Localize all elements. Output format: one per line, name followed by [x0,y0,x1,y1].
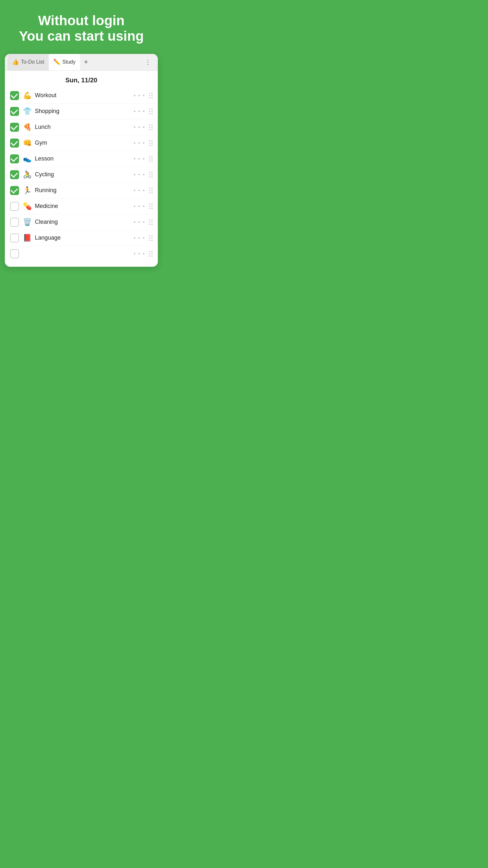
todo-checkbox-10[interactable] [10,234,19,243]
todo-label-9: Cleaning [35,219,134,225]
todo-item: 💊Medicine• • • [7,198,155,214]
todo-options-6[interactable]: • • • [134,172,145,178]
todo-options-11[interactable]: • • • [134,251,145,257]
todo-drag-handle-7[interactable] [149,188,153,193]
todo-drag-handle-1[interactable] [149,93,153,98]
todo-emoji-6: 🚴 [23,170,32,179]
todo-options-2[interactable]: • • • [134,108,145,114]
todo-drag-handle-2[interactable] [149,108,153,114]
todo-emoji-8: 💊 [23,202,32,211]
todo-options-1[interactable]: • • • [134,93,145,98]
date-header: Sun, 11/20 [5,71,158,88]
todo-label-8: Medicine [35,203,134,210]
tab-todo-label: To-Do List [21,59,44,65]
todo-label-4: Gym [35,140,134,146]
header-line2: You can start using [19,28,144,43]
todo-checkbox-7[interactable] [10,186,19,195]
todo-checkbox-5[interactable] [10,154,19,163]
todo-options-7[interactable]: • • • [134,188,145,193]
todo-label-7: Running [35,187,134,194]
todo-item: 🍕Lunch• • • [7,120,155,135]
todo-item: 👊Gym• • • [7,135,155,151]
header-section: Without login You can start using [0,0,163,54]
tab-more-label: ⋮ [144,58,151,66]
app-card: 👍 To-Do List ✏️ Study + ⋮ Sun, 11/20 💪Wo… [5,54,158,267]
todo-emoji-4: 👊 [23,139,32,147]
todo-item: 👕Shopping• • • [7,104,155,120]
todo-item: • • • [7,246,155,261]
todo-emoji-7: 🏃 [23,186,32,195]
todo-emoji-2: 👕 [23,107,32,116]
todo-emoji-5: 👟 [23,155,32,163]
todo-label-6: Cycling [35,171,134,178]
todo-drag-handle-5[interactable] [149,156,153,162]
tab-todo-icon: 👍 [12,58,19,66]
todo-item: 💪Workout• • • [7,88,155,104]
tab-study-icon: ✏️ [53,58,60,66]
todo-item: 📕Language• • • [7,230,155,246]
tab-study[interactable]: ✏️ Study [49,54,80,71]
todo-emoji-10: 📕 [23,234,32,242]
todo-label-5: Lesson [35,155,134,162]
todo-drag-handle-4[interactable] [149,140,153,146]
todo-checkbox-9[interactable] [10,218,19,227]
todo-drag-handle-6[interactable] [149,172,153,178]
todo-checkbox-11[interactable] [10,249,19,258]
todo-emoji-3: 🍕 [23,123,32,131]
todo-checkbox-6[interactable] [10,170,19,179]
todo-drag-handle-11[interactable] [149,251,153,257]
tab-add-label: + [84,58,88,66]
todo-drag-handle-8[interactable] [149,204,153,209]
todo-emoji-9: 🗑️ [23,218,32,226]
tab-study-label: Study [62,59,75,65]
todo-options-8[interactable]: • • • [134,204,145,209]
tab-bar: 👍 To-Do List ✏️ Study + ⋮ [5,54,158,71]
header-line1: Without login [38,13,125,28]
todo-checkbox-4[interactable] [10,138,19,148]
header-title: Without login You can start using [6,13,156,44]
todo-item: 🗑️Cleaning• • • [7,214,155,230]
todo-options-4[interactable]: • • • [134,140,145,146]
tab-todo[interactable]: 👍 To-Do List [7,54,49,71]
todo-item: 🚴Cycling• • • [7,167,155,183]
todo-options-9[interactable]: • • • [134,219,145,225]
todo-label-2: Shopping [35,108,134,115]
todo-label-3: Lunch [35,124,134,130]
todo-drag-handle-10[interactable] [149,235,153,241]
todo-checkbox-1[interactable] [10,91,19,100]
tab-more-button[interactable]: ⋮ [141,56,155,68]
todo-drag-handle-9[interactable] [149,219,153,225]
todo-checkbox-3[interactable] [10,123,19,132]
todo-drag-handle-3[interactable] [149,124,153,130]
todo-emoji-1: 💪 [23,91,32,100]
todo-label-1: Workout [35,92,134,99]
tab-add-button[interactable]: + [80,55,92,69]
todo-checkbox-8[interactable] [10,202,19,211]
todo-item: 👟Lesson• • • [7,151,155,167]
todo-options-3[interactable]: • • • [134,124,145,130]
todo-options-5[interactable]: • • • [134,156,145,162]
todo-item: 🏃Running• • • [7,183,155,198]
todo-options-10[interactable]: • • • [134,235,145,241]
todo-checkbox-2[interactable] [10,107,19,116]
todo-label-10: Language [35,235,134,241]
todo-list: 💪Workout• • •👕Shopping• • •🍕Lunch• • •👊G… [5,88,158,267]
